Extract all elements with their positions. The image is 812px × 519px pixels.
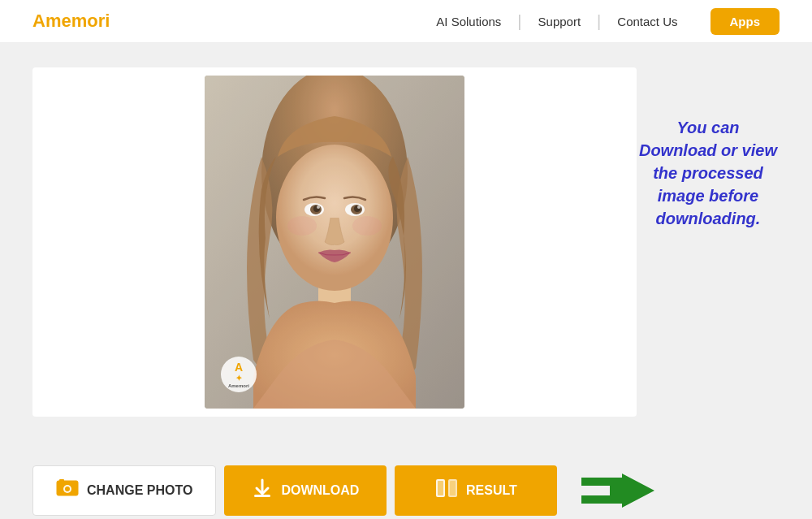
result-button[interactable]: RESULT — [395, 465, 557, 516]
svg-rect-20 — [254, 495, 270, 497]
change-photo-label: CHANGE PHOTO — [87, 483, 192, 498]
side-message: You can Download or view the processed i… — [637, 116, 780, 230]
change-photo-icon — [56, 478, 79, 503]
arrow-left-icon — [581, 474, 654, 508]
download-button[interactable]: DOWNLOAD — [224, 465, 387, 516]
photo-frame: A ✦ Amemori — [205, 76, 464, 409]
arrow-container — [581, 474, 654, 508]
svg-rect-19 — [59, 479, 64, 482]
change-photo-button[interactable]: CHANGE PHOTO — [32, 465, 216, 516]
image-container: A ✦ Amemori — [32, 67, 637, 417]
download-label: DOWNLOAD — [281, 483, 359, 498]
svg-rect-23 — [438, 481, 443, 495]
nav-contact-us[interactable]: Contact Us — [601, 15, 693, 28]
main-content: A ✦ Amemori You can Download or view the… — [0, 43, 812, 465]
nav-support[interactable]: Support — [522, 15, 598, 28]
svg-marker-25 — [581, 474, 654, 508]
watermark-star: ✦ — [235, 374, 242, 383]
result-icon — [435, 478, 458, 504]
nav: AI Solutions | Support | Contact Us Apps — [420, 8, 780, 35]
side-panel: You can Download or view the processed i… — [637, 67, 780, 230]
apps-button[interactable]: Apps — [710, 8, 780, 35]
watermark-label: Amemori — [228, 383, 249, 388]
download-icon — [252, 478, 273, 504]
nav-ai-solutions[interactable]: AI Solutions — [420, 15, 517, 28]
logo: Amemori — [32, 11, 110, 32]
watermark-letter: A — [235, 361, 243, 374]
result-label: RESULT — [466, 483, 517, 498]
toolbar: CHANGE PHOTO DOWNLOAD RESULT — [0, 465, 812, 519]
watermark: A ✦ Amemori — [221, 357, 257, 392]
header: Amemori AI Solutions | Support | Contact… — [0, 0, 812, 43]
svg-rect-24 — [450, 481, 456, 495]
svg-point-18 — [65, 487, 70, 491]
